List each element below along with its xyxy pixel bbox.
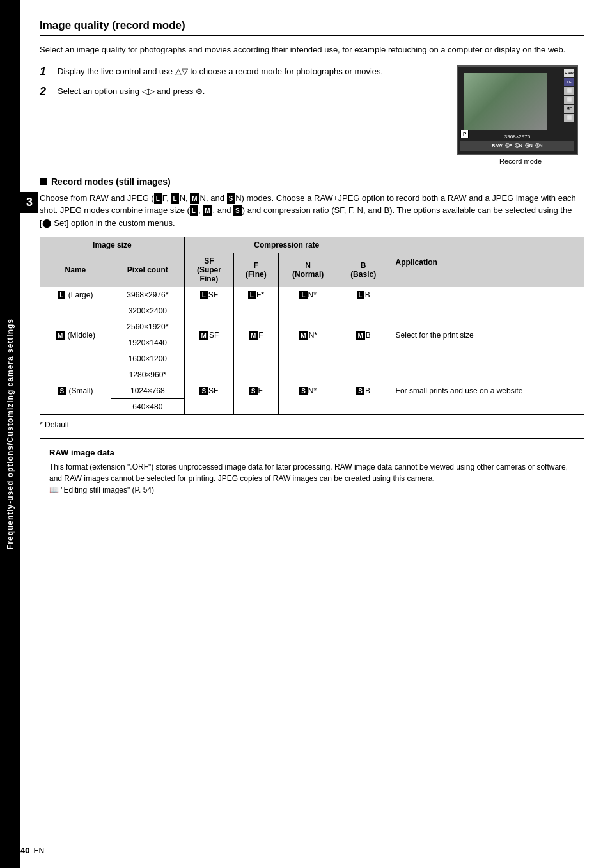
step-1-text: Display the live control and use △▽ to c… [58, 65, 383, 78]
raw-box-title: RAW image data [49, 448, 575, 457]
cam-icon-1: ⬜ [564, 87, 574, 95]
badge-sn: S [299, 387, 308, 395]
badge-l3: L [190, 205, 198, 216]
middle-pixels-3: 1920×1440 [111, 335, 184, 351]
step-2-number: 2 [40, 85, 52, 99]
camera-image-container: RAW LF ⬜ ⬜ MF ⬜ 3968×2976 P RAW ⓁF ⓁN ⓜN… [457, 65, 584, 165]
cam-bottom-bar: RAW ⓁF ⓁN ⓜN ⓈN [460, 141, 574, 151]
large-name: L (Large) [40, 287, 111, 303]
badge-lsf: L [200, 291, 208, 299]
step-1-number: 1 [40, 65, 52, 79]
camera-photo [464, 73, 547, 130]
small-pixels-1: 1280×960* [111, 367, 184, 383]
cam-icon-2: ⬜ [564, 96, 574, 104]
small-pixels-2: 1024×768 [111, 383, 184, 399]
table-row-middle-1: M (Middle) 3200×2400 MSF MF MN* MB Selec… [40, 303, 584, 319]
page-container: Frequently-used options/Customizing came… [0, 0, 610, 868]
large-sf: LSF [184, 287, 233, 303]
small-n: SN* [278, 367, 338, 415]
badge-m: M [190, 193, 199, 204]
side-tab: Frequently-used options/Customizing came… [0, 0, 20, 868]
col-application: Application [389, 237, 584, 287]
table-row-large: L (Large) 3968×2976* LSF LF* LN* LB [40, 287, 584, 303]
badge-large: L [58, 291, 65, 299]
col-image-size: Image size [40, 237, 185, 253]
middle-pixels-2: 2560×1920* [111, 319, 184, 335]
large-f: LF* [234, 287, 279, 303]
col-compression-rate: Compression rate [184, 237, 389, 253]
middle-n: MN* [278, 303, 338, 367]
badge-m2: M [203, 205, 212, 216]
cam-icon-lf: LF [564, 78, 574, 86]
step-2: 2 Select an option using ◁▷ and press ⊛. [40, 85, 444, 99]
small-sf: SSF [184, 367, 233, 415]
middle-sf: MSF [184, 303, 233, 367]
table-row-small-1: S (Small) 1280×960* SSF SF SN* SB For sm… [40, 367, 584, 383]
quality-table: Image size Compression rate Application … [40, 237, 584, 415]
raw-ref-icon: 📖 [49, 485, 59, 494]
large-b: LB [338, 287, 389, 303]
col-f: F(Fine) [234, 253, 279, 287]
chapter-number: 3 [20, 192, 38, 213]
camera-screen: RAW LF ⬜ ⬜ MF ⬜ 3968×2976 P RAW ⓁF ⓁN ⓜN… [457, 65, 578, 155]
default-note: * Default [40, 420, 584, 429]
cam-resolution: 3968×2976 [504, 134, 530, 139]
square-bullet-icon [40, 178, 47, 185]
badge-sf: S [249, 387, 258, 395]
cam-p-badge: P [460, 130, 469, 138]
badge-l: L [154, 193, 162, 204]
steps-and-image: 1 Display the live control and use △▽ to… [40, 65, 584, 165]
small-b: SB [338, 367, 389, 415]
badge-ssf: S [199, 387, 208, 395]
camera-screen-icons: RAW LF ⬜ ⬜ MF ⬜ [564, 69, 574, 122]
badge-sb: S [356, 387, 364, 395]
large-n: LN* [278, 287, 338, 303]
badge-mf: M [249, 331, 258, 340]
main-content: Image quality (record mode) Select an im… [20, 0, 610, 868]
step-2-text: Select an option using ◁▷ and press ⊛. [58, 85, 205, 98]
small-pixels-3: 640×480 [111, 399, 184, 415]
large-application [389, 287, 584, 303]
badge-lf: L [248, 291, 256, 299]
table-header-row-1: Image size Compression rate Application [40, 237, 584, 253]
col-name: Name [40, 253, 111, 287]
cam-icon-4: ⬜ [564, 114, 574, 122]
image-caption: Record mode [457, 157, 584, 165]
badge-l2: L [171, 193, 179, 204]
raw-ref-text: "Editing still images" (P. 54) [61, 485, 154, 494]
page-lang: EN [33, 846, 44, 855]
col-sf: SF(SuperFine) [184, 253, 233, 287]
badge-s2: S [233, 205, 242, 216]
step-1: 1 Display the live control and use △▽ to… [40, 65, 444, 79]
middle-f: MF [234, 303, 279, 367]
col-pixel-count: Pixel count [111, 253, 184, 287]
page-number: 40 [20, 846, 29, 855]
badge-msf: M [199, 331, 208, 340]
steps-container: 1 Display the live control and use △▽ to… [40, 65, 444, 165]
small-application: For small prints and use on a website [389, 367, 584, 415]
col-n: N(Normal) [278, 253, 338, 287]
col-b: B(Basic) [338, 253, 389, 287]
cam-bottom-text: RAW ⓁF ⓁN ⓜN ⓈN [492, 143, 542, 149]
badge-lb: L [357, 291, 364, 299]
badge-s: S [227, 193, 235, 204]
raw-info-box: RAW image data This format (extension ".… [40, 438, 584, 505]
intro-text: Select an image quality for photographs … [40, 43, 584, 56]
page-footer: 40 EN [20, 846, 44, 855]
large-pixels: 3968×2976* [111, 287, 184, 303]
subsection-title-text: Record modes (still images) [51, 177, 171, 187]
middle-name: M (Middle) [40, 303, 111, 367]
side-tab-text: Frequently-used options/Customizing came… [6, 319, 15, 549]
section-title: Image quality (record mode) [40, 19, 584, 36]
cam-icon-3: MF [564, 105, 574, 113]
badge-middle: M [56, 331, 65, 340]
small-f: SF [234, 367, 279, 415]
small-name: S (Small) [40, 367, 111, 415]
subsection-text: Choose from RAW and JPEG (LF, LN, MN, an… [40, 192, 584, 230]
raw-box-text: This format (extension ".ORF") stores un… [49, 461, 575, 496]
cam-icon-raw: RAW [564, 69, 574, 77]
badge-mb: M [356, 331, 364, 340]
middle-pixels-1: 3200×2400 [111, 303, 184, 319]
badge-small: S [58, 387, 66, 395]
subsection-title: Record modes (still images) [40, 177, 584, 187]
